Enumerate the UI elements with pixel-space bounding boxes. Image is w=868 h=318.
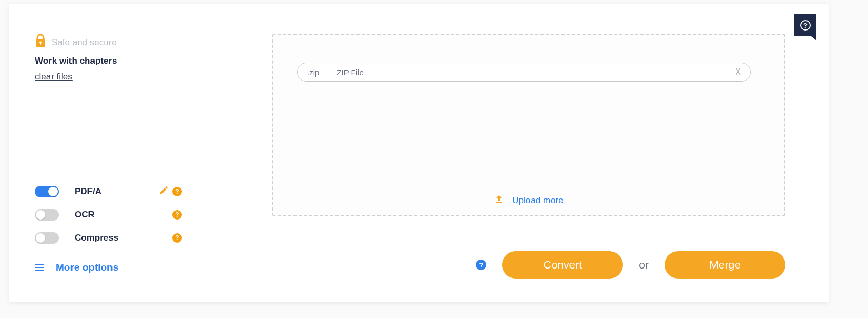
toggle-row-ocr: OCR ? [35, 203, 208, 226]
toggle-label-ocr: OCR [75, 210, 172, 220]
file-extension: .zip [298, 63, 329, 81]
toggle-knob [48, 187, 58, 196]
dropzone[interactable]: .zip ZIP File X Upload more [272, 34, 785, 216]
toggle-actions: ? [159, 186, 182, 197]
lock-icon [35, 34, 46, 51]
secure-text: Safe and secure [52, 37, 117, 48]
toggle-actions: ? [172, 210, 182, 220]
left-column: Safe and secure Work with chapters clear… [35, 34, 219, 82]
help-icon[interactable]: ? [172, 187, 182, 196]
toggle-ocr[interactable] [35, 209, 59, 221]
more-options-label: More options [56, 262, 118, 273]
help-icon[interactable]: ? [172, 233, 182, 243]
toggle-actions: ? [172, 233, 182, 243]
toggle-pdfa[interactable] [35, 186, 59, 197]
file-remove-button[interactable]: X [726, 67, 750, 77]
more-options-button[interactable]: More options [35, 262, 118, 273]
toggle-label-pdfa: PDF/A [75, 186, 159, 197]
toggle-compress[interactable] [35, 232, 59, 244]
toggle-label-compress: Compress [75, 233, 172, 243]
chapters-label: Work with chapters [35, 56, 219, 66]
upload-more-button[interactable]: Upload more [273, 194, 784, 206]
file-name: ZIP File [329, 68, 726, 77]
svg-rect-2 [40, 43, 41, 45]
action-row: ? Convert or Merge [476, 251, 785, 279]
help-icon-blue[interactable]: ? [476, 260, 486, 270]
secure-row: Safe and secure [35, 34, 219, 51]
toggles-section: PDF/A ? OCR ? Compress ? [35, 180, 208, 250]
or-text: or [639, 259, 649, 271]
svg-rect-3 [496, 202, 502, 203]
clear-files-link[interactable]: clear files [35, 72, 73, 82]
file-pill: .zip ZIP File X [297, 63, 751, 82]
merge-button[interactable]: Merge [665, 251, 785, 279]
floating-help-button[interactable]: ? [794, 14, 816, 36]
toggle-knob [36, 233, 45, 243]
main-card: Safe and secure Work with chapters clear… [9, 4, 829, 302]
pencil-icon[interactable] [159, 186, 168, 197]
upload-icon [494, 194, 504, 206]
hamburger-icon [35, 264, 44, 271]
help-icon[interactable]: ? [172, 210, 182, 220]
svg-text:?: ? [803, 22, 808, 29]
toggle-row-pdfa: PDF/A ? [35, 180, 208, 203]
toggle-knob [36, 210, 45, 220]
convert-button[interactable]: Convert [502, 251, 623, 279]
toggle-row-compress: Compress ? [35, 226, 208, 250]
upload-more-label: Upload more [512, 195, 563, 206]
